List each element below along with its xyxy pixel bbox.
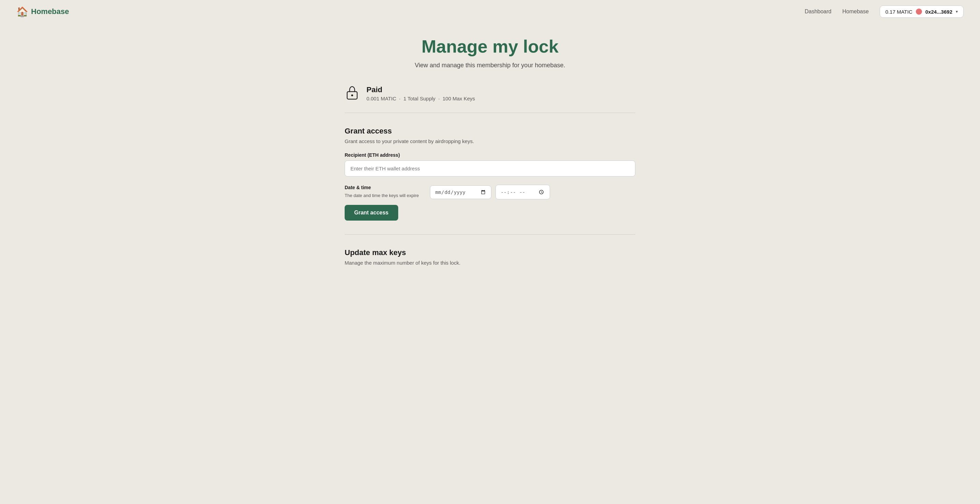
update-max-keys-desc: Manage the maximum number of keys for th… xyxy=(345,260,635,266)
update-max-keys-section: Update max keys Manage the maximum numbe… xyxy=(345,248,635,266)
recipient-label: Recipient (ETH address) xyxy=(345,152,635,158)
grant-access-desc: Grant access to your private content by … xyxy=(345,138,635,144)
update-max-keys-title: Update max keys xyxy=(345,248,635,257)
grant-access-button[interactable]: Grant access xyxy=(345,205,398,220)
date-input[interactable] xyxy=(430,185,492,199)
datetime-label-col: Date & time The date and time the keys w… xyxy=(345,185,419,199)
logo-icon: 🏠 xyxy=(16,6,28,18)
lock-details: Paid 0.001 MATIC · 1 Total Supply · 100 … xyxy=(366,85,475,102)
divider-bottom xyxy=(345,234,635,234)
wallet-badge[interactable]: 0.17 MATIC 0x24...3692 ▾ xyxy=(880,5,964,18)
logo-text: Homebase xyxy=(31,7,69,16)
lock-icon-wrap xyxy=(345,85,360,102)
svg-point-1 xyxy=(351,94,353,97)
logo[interactable]: 🏠 Homebase xyxy=(16,6,69,18)
datetime-inputs xyxy=(430,185,550,199)
lock-icon xyxy=(345,85,360,100)
datetime-label: Date & time xyxy=(345,185,419,190)
divider-top xyxy=(345,113,635,113)
wallet-balance: 0.17 MATIC xyxy=(886,9,912,15)
nav-link-dashboard[interactable]: Dashboard xyxy=(805,8,831,15)
lock-name: Paid xyxy=(366,85,475,94)
nav-link-homebase[interactable]: Homebase xyxy=(842,8,869,15)
recipient-field-group: Recipient (ETH address) xyxy=(345,152,635,177)
recipient-input[interactable] xyxy=(345,161,635,177)
lock-info: Paid 0.001 MATIC · 1 Total Supply · 100 … xyxy=(345,85,635,102)
main-content: Manage my lock View and manage this memb… xyxy=(336,23,644,301)
nav-links: Dashboard Homebase 0.17 MATIC 0x24...369… xyxy=(805,5,964,18)
grant-access-section: Grant access Grant access to your privat… xyxy=(345,127,635,220)
wallet-address: 0x24...3692 xyxy=(925,9,952,15)
lock-meta: 0.001 MATIC · 1 Total Supply · 100 Max K… xyxy=(366,96,475,101)
grant-access-title: Grant access xyxy=(345,127,635,136)
wallet-avatar-icon xyxy=(916,8,922,15)
time-input[interactable] xyxy=(495,185,550,199)
page-subtitle: View and manage this membership for your… xyxy=(345,62,635,69)
datetime-helper: The date and time the keys will expire xyxy=(345,193,419,198)
datetime-row: Date & time The date and time the keys w… xyxy=(345,185,635,199)
page-title: Manage my lock xyxy=(345,37,635,56)
navbar: 🏠 Homebase Dashboard Homebase 0.17 MATIC… xyxy=(0,0,980,23)
chevron-down-icon: ▾ xyxy=(956,9,958,14)
